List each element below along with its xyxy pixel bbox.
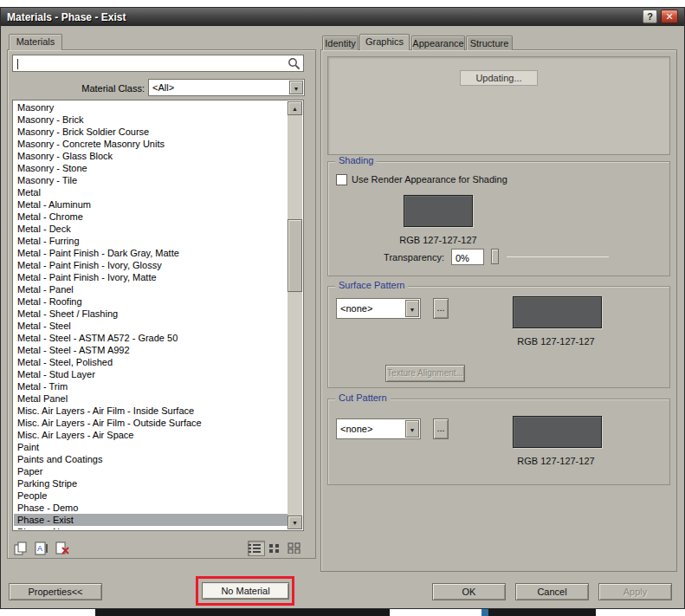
material-list-item[interactable]: Masonry - Glass Block [14,150,288,162]
material-list-item[interactable]: People [14,490,288,502]
chevron-down-icon[interactable]: ▼ [405,420,419,438]
material-list-item[interactable]: Metal - Panel [14,283,288,295]
material-list-item[interactable]: Masonry - Brick [14,113,288,126]
delete-material-button[interactable] [55,541,72,556]
materials-dialog: Materials - Phase - Exist ? ✕ Materials … [0,7,685,609]
chevron-down-icon[interactable]: ▼ [289,81,303,94]
svg-text:A: A [37,544,42,553]
material-list-item[interactable]: Metal - Stud Layer [14,368,288,380]
material-class-value: <All> [152,82,174,93]
material-list-item[interactable]: Metal [14,186,288,198]
material-list-item[interactable]: Phase - Demo [14,502,288,514]
cut-pattern-group-title: Cut Pattern [335,392,391,403]
search-field[interactable] [12,55,304,72]
use-render-appearance-label: Use Render Appearance for Shading [352,174,507,185]
material-list-item[interactable]: Metal - Roofing [14,295,288,308]
cut-pattern-value: <none> [340,424,372,434]
surface-pattern-browse-button[interactable]: ... [433,298,449,319]
surface-pattern-color-swatch[interactable] [513,296,602,328]
ok-button[interactable]: OK [432,583,506,600]
rename-material-button[interactable]: A [34,541,51,556]
updating-status: Updating... [460,70,538,86]
search-input[interactable] [16,56,284,70]
cut-pattern-browse-button[interactable]: ... [433,418,449,439]
close-button[interactable]: ✕ [661,10,678,23]
scrollbar-thumb[interactable] [288,219,302,292]
taskbar-fragment [488,609,596,616]
material-list-item[interactable]: Masonry - Tile [14,174,288,186]
material-list-item[interactable]: Metal - Steel - ASTM A572 - Grade 50 [14,332,288,344]
cut-pattern-group: Cut Pattern <none> ▼ ... RGB 127-127-127 [327,399,670,485]
material-list-item[interactable]: Misc. Air Layers - Air Film - Outside Su… [14,417,288,429]
surface-pattern-group: Surface Pattern <none> ▼ ... RGB 127-127… [327,286,670,388]
duplicate-material-button[interactable] [13,541,30,556]
transparency-field[interactable] [451,249,484,265]
material-list-item[interactable]: Metal - Sheet / Flashing [14,308,288,320]
use-render-appearance-checkbox[interactable] [336,174,347,185]
texture-alignment-button[interactable]: Texture Alignment... [385,365,465,382]
transparency-input[interactable] [452,251,483,266]
list-view-icon [249,541,261,556]
shading-rgb-value: RGB 127-127-127 [369,235,507,245]
graphics-panel: Updating... Shading Use Render Appearanc… [320,49,677,572]
materials-scrollbar[interactable]: ▲ ▼ [288,101,302,529]
tab-graphics[interactable]: Graphics [359,34,410,50]
material-list-item[interactable]: Paints and Coatings [14,453,288,465]
scroll-down-icon[interactable]: ▼ [288,515,302,529]
surface-pattern-value: <none> [340,303,372,314]
view-large-icons-button[interactable] [287,541,304,556]
material-list-item[interactable]: Paint [14,441,288,453]
help-button[interactable]: ? [643,10,657,23]
material-list-item[interactable]: Metal - Deck [14,223,288,235]
tab-identity[interactable]: Identity [322,36,359,50]
material-list-item[interactable]: Masonry - Stone [14,162,288,174]
materials-panel: Material Class: <All> ▼ MasonryMasonry -… [7,49,316,559]
tab-materials[interactable]: Materials [9,34,62,50]
material-list-item[interactable]: Phase - New [14,526,288,529]
apply-button[interactable]: Apply [598,583,672,600]
surface-pattern-rgb-value: RGB 127-127-127 [487,336,625,347]
material-class-select[interactable]: <All> ▼ [148,79,305,96]
material-list-item[interactable]: Phase - Exist [14,514,288,526]
material-list-item[interactable]: Metal - Trim [14,380,288,392]
cut-pattern-color-swatch[interactable] [513,416,602,448]
material-list-item[interactable]: Misc. Air Layers - Air Space [14,429,288,441]
material-list-item[interactable]: Metal Panel [14,392,288,405]
properties-toggle-button[interactable]: Properties<< [9,583,102,600]
cut-pattern-select[interactable]: <none> ▼ [336,418,421,439]
material-list-item[interactable]: Masonry - Brick Soldier Course [14,126,288,138]
shading-color-swatch[interactable] [404,195,473,227]
material-list-item[interactable]: Masonry - Concrete Masonry Units [14,138,288,150]
material-list-item[interactable]: Metal - Steel, Polished [14,356,288,368]
tab-appearance[interactable]: Appearance [411,36,465,50]
chevron-down-icon[interactable]: ▼ [405,300,419,317]
view-list-button[interactable] [248,541,265,556]
shading-group-title: Shading [335,155,377,165]
material-list-item[interactable]: Metal - Paint Finish - Ivory, Matte [14,271,288,283]
taskbar-fragment [481,609,488,616]
window-title: Materials - Phase - Exist [1,11,126,23]
titlebar[interactable]: Materials - Phase - Exist ? ✕ [1,8,684,26]
view-small-icons-button[interactable] [268,541,285,556]
material-list-item[interactable]: Masonry [14,101,288,113]
tab-structure[interactable]: Structure [466,36,513,50]
screen: Materials - Phase - Exist ? ✕ Materials … [0,0,685,616]
material-list-item[interactable]: Metal - Chrome [14,211,288,223]
material-list-item[interactable]: Metal - Steel [14,320,288,332]
material-list-item[interactable]: Metal - Paint Finish - Ivory, Glossy [14,259,288,271]
material-list-item[interactable]: Metal - Furring [14,235,288,247]
material-list-item[interactable]: Metal - Paint Finish - Dark Gray, Matte [14,247,288,259]
material-list-item[interactable]: Metal - Aluminum [14,198,288,211]
material-list-item[interactable]: Paper [14,465,288,477]
material-list-item[interactable]: Metal - Steel - ASTM A992 [14,344,288,356]
surface-pattern-select[interactable]: <none> ▼ [336,298,421,319]
scroll-up-icon[interactable]: ▲ [288,101,302,115]
material-list-item[interactable]: Parking Stripe [14,477,288,490]
large-icons-view-icon [288,541,300,556]
small-icons-view-icon [268,541,281,556]
materials-list: MasonryMasonry - BrickMasonry - Brick So… [12,100,304,531]
transparency-slider-track[interactable] [507,256,609,257]
material-list-item[interactable]: Misc. Air Layers - Air Film - Inside Sur… [14,405,288,417]
transparency-slider-thumb[interactable] [491,249,499,264]
cancel-button[interactable]: Cancel [515,583,589,600]
